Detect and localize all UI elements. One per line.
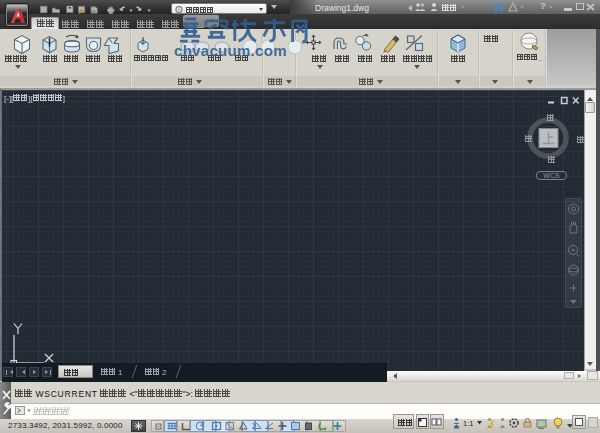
svg-text:1:1: 1:1 bbox=[463, 419, 473, 428]
